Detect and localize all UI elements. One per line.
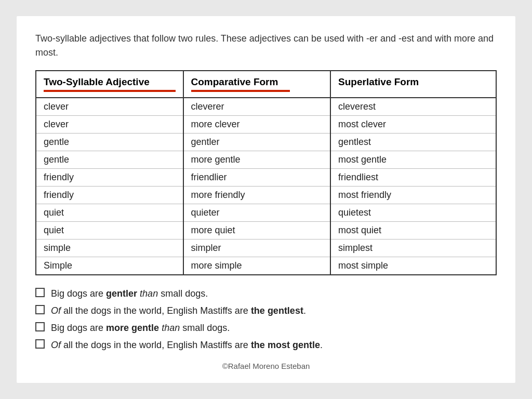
table-cell: clever (36, 98, 183, 116)
checkbox-icon (35, 288, 45, 297)
col-header-comparative: Comparative Form (183, 71, 331, 98)
table-row: friendlyfriendlierfriendliest (36, 169, 496, 187)
table-row: gentlemore gentlemost gentle (36, 151, 496, 169)
table-row: clevercleverercleverest (36, 98, 496, 116)
bullet-item: Big dogs are gentler than small dogs. (35, 287, 497, 301)
table-cell: most friendly (330, 187, 496, 204)
table-cell: more simple (183, 257, 331, 275)
table-cell: quieter (183, 204, 331, 222)
table-row: gentlegentlergentlest (36, 134, 496, 151)
table-cell: quiet (36, 222, 183, 240)
checkbox-icon (35, 322, 45, 331)
checkbox-icon (35, 305, 45, 314)
checkbox-icon (35, 339, 45, 349)
intro-text: Two-syllable adjectives that follow two … (35, 32, 497, 60)
slide: Two-syllable adjectives that follow two … (17, 16, 515, 383)
bullet-text: Of all the dogs in the world, English Ma… (51, 304, 306, 318)
table-row: quietquieterquietest (36, 204, 496, 222)
bullet-item: Of all the dogs in the world, English Ma… (35, 338, 497, 352)
bullet-list: Big dogs are gentler than small dogs.Of … (35, 287, 497, 352)
table-cell: most simple (330, 257, 496, 275)
table-cell: simplest (330, 240, 496, 257)
table-cell: Simple (36, 257, 183, 275)
table-row: friendlymore friendlymost friendly (36, 187, 496, 204)
table-row: quietmore quietmost quiet (36, 222, 496, 240)
table-row: clevermore clevermost clever (36, 116, 496, 134)
red-underline-col2 (191, 90, 290, 92)
table-cell: quietest (330, 204, 496, 222)
table-cell: friendliest (330, 169, 496, 187)
table-row: simplesimplersimplest (36, 240, 496, 257)
table-row: Simplemore simplemost simple (36, 257, 496, 275)
bullet-text: Big dogs are more gentle than small dogs… (51, 321, 230, 335)
bullet-text: Of all the dogs in the world, English Ma… (51, 338, 323, 352)
bullet-item: Big dogs are more gentle than small dogs… (35, 321, 497, 335)
red-underline-col1 (44, 90, 176, 92)
table-cell: gentle (36, 134, 183, 151)
bullet-text: Big dogs are gentler than small dogs. (51, 287, 208, 301)
table-cell: friendly (36, 169, 183, 187)
table-cell: more quiet (183, 222, 331, 240)
table-cell: quiet (36, 204, 183, 222)
table-cell: more clever (183, 116, 331, 134)
table-cell: gentler (183, 134, 331, 151)
table-cell: friendly (36, 187, 183, 204)
table-cell: simpler (183, 240, 331, 257)
table-cell: clever (36, 116, 183, 134)
table-cell: more gentle (183, 151, 331, 169)
table-cell: cleverest (330, 98, 496, 116)
col-header-adjective: Two-Syllable Adjective (36, 71, 183, 98)
table-cell: gentlest (330, 134, 496, 151)
copyright: ©Rafael Moreno Esteban (35, 362, 497, 370)
table-cell: friendlier (183, 169, 331, 187)
table-cell: simple (36, 240, 183, 257)
bullet-item: Of all the dogs in the world, English Ma… (35, 304, 497, 318)
table-cell: most clever (330, 116, 496, 134)
table-cell: more friendly (183, 187, 331, 204)
adjective-table: Two-Syllable Adjective Comparative Form … (35, 70, 497, 275)
table-cell: cleverer (183, 98, 331, 116)
table-cell: most gentle (330, 151, 496, 169)
table-cell: gentle (36, 151, 183, 169)
table-cell: most quiet (330, 222, 496, 240)
col-header-superlative: Superlative Form (330, 71, 496, 98)
